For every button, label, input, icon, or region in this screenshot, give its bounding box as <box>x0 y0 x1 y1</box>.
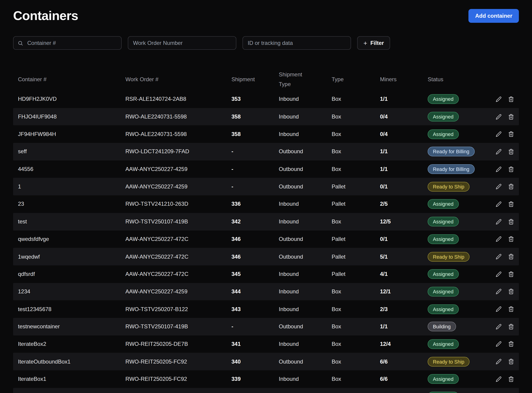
edit-button[interactable] <box>496 96 502 102</box>
status-badge: Ready for Billing <box>428 164 474 174</box>
shipment-cell: - <box>231 184 279 190</box>
col-type: Type <box>332 76 380 83</box>
edit-button[interactable] <box>496 114 502 120</box>
row-actions <box>493 149 514 155</box>
type-cell: Box <box>332 114 380 120</box>
trash-icon <box>508 131 514 137</box>
miners-cell: 2/5 <box>380 201 428 207</box>
edit-button[interactable] <box>496 359 502 365</box>
edit-button[interactable] <box>496 324 502 330</box>
work-order-cell: AAW-ANYC250227-472C <box>125 271 232 277</box>
delete-button[interactable] <box>508 149 514 155</box>
trash-icon <box>508 324 514 330</box>
shipment-cell: 339 <box>231 376 279 382</box>
edit-button[interactable] <box>496 166 502 172</box>
table-body: HD9FH2JK0VD RSR-ALE1240724-2AB8 353 Inbo… <box>13 90 519 393</box>
edit-button[interactable] <box>496 289 502 295</box>
table-header: Container # Work Order # Shipment Shipme… <box>13 68 519 90</box>
trash-icon <box>508 166 514 172</box>
work-order-cell: RSR-ALE1240724-2AB8 <box>125 96 232 102</box>
filter-button[interactable]: + Filter <box>357 36 390 50</box>
delete-button[interactable] <box>508 184 514 190</box>
edit-button[interactable] <box>496 271 502 277</box>
delete-button[interactable] <box>508 289 514 295</box>
pencil-icon <box>496 324 502 330</box>
delete-button[interactable] <box>508 271 514 277</box>
work-order-cell: AAW-ANYC250227-4259 <box>125 166 232 172</box>
top-bar: Containers Add container <box>13 9 519 23</box>
container-number-cell: FHJO4IUF9048 <box>18 114 125 120</box>
table-row: IterateOutboundBox1 RWO-REIT250205-FC92 … <box>13 353 519 370</box>
table-row: 1234 AAW-ANYC250227-4259 344 Inbound Box… <box>13 283 519 300</box>
delete-button[interactable] <box>508 359 514 365</box>
trash-icon <box>508 96 514 102</box>
status-badge: Assigned <box>428 217 458 226</box>
delete-button[interactable] <box>508 306 514 312</box>
edit-button[interactable] <box>496 201 502 207</box>
edit-button[interactable] <box>496 306 502 312</box>
edit-button[interactable] <box>496 254 502 260</box>
edit-button[interactable] <box>496 131 502 137</box>
delete-button[interactable] <box>508 114 514 120</box>
edit-button[interactable] <box>496 376 502 382</box>
status-badge: Assigned <box>428 94 458 104</box>
pencil-icon <box>496 359 502 365</box>
table-row: seff RWO-LDCT241209-7FAD - Outbound Box … <box>13 143 519 160</box>
delete-button[interactable] <box>508 166 514 172</box>
container-search-input[interactable] <box>13 36 122 50</box>
work-order-cell: RWO-REIT250205-FC92 <box>125 376 232 382</box>
trash-icon <box>508 219 514 225</box>
work-order-cell: RWO-TSTV250107-419B <box>125 219 232 225</box>
edit-button[interactable] <box>496 341 502 347</box>
miners-cell: 12/1 <box>380 289 428 295</box>
add-container-button[interactable]: Add container <box>469 9 519 23</box>
delete-button[interactable] <box>508 219 514 225</box>
container-number-cell: testnewcontainer <box>18 324 125 330</box>
row-actions <box>493 306 514 312</box>
edit-button[interactable] <box>496 219 502 225</box>
miners-cell: 0/4 <box>380 131 428 137</box>
type-cell: Pallet <box>332 254 380 260</box>
table-row: FHJO4IUF9048 RWO-ALE2240731-5598 358 Inb… <box>13 108 519 125</box>
delete-button[interactable] <box>508 254 514 260</box>
work-order-cell: RWO-ALE2240731-5598 <box>125 131 232 137</box>
delete-button[interactable] <box>508 341 514 347</box>
row-actions <box>493 96 514 102</box>
row-actions <box>493 254 514 260</box>
row-actions <box>493 184 514 190</box>
type-cell: Box <box>332 131 380 137</box>
trash-icon <box>508 271 514 277</box>
miners-cell: 5/1 <box>380 254 428 260</box>
miners-cell: 4/1 <box>380 271 428 277</box>
container-number-cell: 1234 <box>18 289 125 295</box>
delete-button[interactable] <box>508 96 514 102</box>
delete-button[interactable] <box>508 131 514 137</box>
container-number-cell: IterateOutboundBox1 <box>18 359 125 365</box>
delete-button[interactable] <box>508 236 514 242</box>
tracking-search-input[interactable] <box>242 36 351 50</box>
row-actions <box>493 114 514 120</box>
status-cell: Assigned <box>428 234 493 244</box>
delete-button[interactable] <box>508 376 514 382</box>
type-cell: Box <box>332 359 380 365</box>
delete-button[interactable] <box>508 201 514 207</box>
shipment-cell: - <box>231 149 279 155</box>
edit-button[interactable] <box>496 149 502 155</box>
container-number-cell: HD9FH2JK0VD <box>18 96 125 102</box>
filter-bar: + Filter <box>13 36 519 50</box>
container-number-cell: qwedsfdfvge <box>18 236 125 242</box>
edit-button[interactable] <box>496 184 502 190</box>
shipment-cell: 345 <box>231 271 279 277</box>
status-cell: Assigned <box>428 374 493 384</box>
edit-button[interactable] <box>496 236 502 242</box>
status-cell: Building <box>428 322 493 331</box>
pencil-icon <box>496 149 502 155</box>
status-cell: Ready to Ship <box>428 357 493 366</box>
shipment-type-cell: Inbound <box>279 114 332 120</box>
trash-icon <box>508 376 514 382</box>
table-row: 44556 AAW-ANYC250227-4259 - Outbound Box… <box>13 160 519 178</box>
type-cell: Box <box>332 341 380 347</box>
trash-icon <box>508 359 514 365</box>
delete-button[interactable] <box>508 324 514 330</box>
work-order-search-input[interactable] <box>128 36 236 50</box>
